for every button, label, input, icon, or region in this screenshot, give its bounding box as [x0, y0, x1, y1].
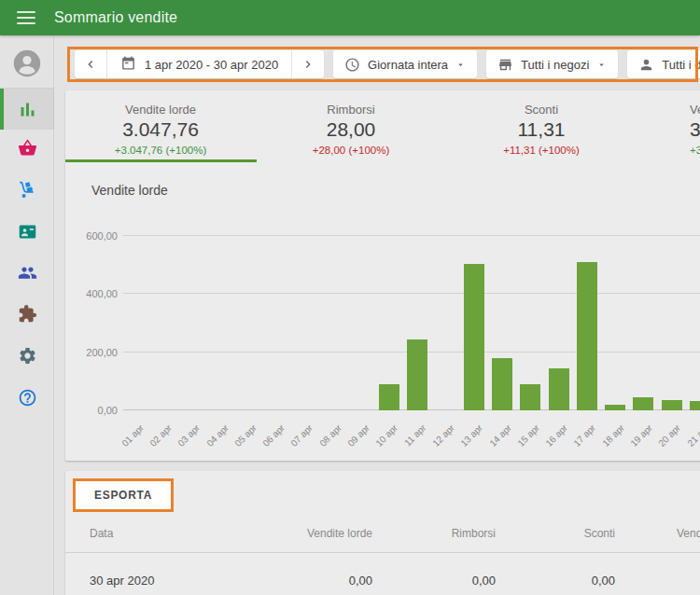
stat-tab-vendite-nette[interactable]: Ven3.0+3.0: [637, 90, 700, 162]
x-tick-10-apr: 10 apr: [374, 422, 400, 449]
x-tick-12-apr: 12 apr: [430, 422, 456, 449]
stat-tab-sconti[interactable]: Sconti11,31+11,31 (+100%): [446, 90, 637, 162]
help-icon: [18, 388, 37, 408]
basket-icon: [18, 138, 37, 158]
x-tick-14-apr: 14 apr: [487, 422, 513, 449]
stat-tab-rimborsi[interactable]: Rimborsi28,00+28,00 (+100%): [256, 90, 446, 162]
bar-20-apr[interactable]: [662, 400, 682, 410]
bar-10-apr[interactable]: [379, 384, 399, 410]
stat-label: Ven: [690, 103, 700, 117]
date-range-picker: 1 apr 2020 - 30 apr 2020: [75, 50, 324, 78]
date-range-button[interactable]: 1 apr 2020 - 30 apr 2020: [106, 50, 291, 78]
x-tick-16-apr: 16 apr: [543, 422, 569, 449]
bar-11-apr[interactable]: [407, 339, 427, 410]
stats-tabs: Vendite lorde3.047,76+3.047,76 (+100%)Ri…: [65, 90, 700, 162]
store-icon: [497, 57, 513, 73]
date-range-label: 1 apr 2020 - 30 apr 2020: [145, 58, 278, 72]
x-tick-21-apr: 21 apr: [685, 422, 700, 449]
dropdown-arrow-icon: [596, 60, 607, 70]
table-row[interactable]: 30 apr 20200,000,000,00: [65, 553, 700, 595]
filter-employees-button[interactable]: Tutti i dipendenti: [627, 50, 700, 78]
table-cell-2: 0,00: [382, 574, 496, 588]
person-icon: [638, 57, 654, 73]
stat-delta: +3.0: [690, 144, 700, 157]
next-date-button[interactable]: [291, 50, 324, 78]
bar-18-apr[interactable]: [605, 405, 625, 410]
stat-value: 3.047,76: [122, 118, 199, 142]
app-header: Sommario vendite: [0, 0, 700, 35]
toolbar: 1 apr 2020 - 30 apr 2020 Giornata intera…: [75, 50, 700, 78]
avatar-icon: [12, 48, 42, 78]
bar-chart-plot: [123, 236, 700, 410]
stat-label: Rimborsi: [327, 103, 374, 117]
table-header-3: Sconti: [512, 527, 615, 540]
stat-value: 28,00: [327, 118, 376, 142]
table-header-1: Vendite lorde: [232, 527, 372, 540]
sidebar-item-inventory[interactable]: [0, 169, 54, 210]
x-tick-08-apr: 08 apr: [317, 422, 343, 449]
x-tick-17-apr: 17 apr: [572, 422, 598, 449]
bar-15-apr[interactable]: [520, 384, 540, 410]
sidebar-item-settings[interactable]: [0, 335, 54, 376]
x-tick-20-apr: 20 apr: [657, 422, 683, 449]
bar-16-apr[interactable]: [549, 368, 569, 410]
x-tick-19-apr: 19 apr: [628, 422, 654, 449]
bar-chart-icon: [18, 100, 37, 119]
stat-value: 3.0: [690, 118, 700, 142]
sidebar-item-help[interactable]: [0, 377, 54, 418]
export-button[interactable]: ESPORTA: [76, 481, 171, 509]
sidebar-item-items[interactable]: [0, 127, 54, 168]
sidebar-item-apps[interactable]: [0, 293, 54, 334]
sidebar-item-customers[interactable]: [0, 252, 54, 293]
prev-date-button[interactable]: [75, 50, 106, 78]
clock-icon: [344, 57, 360, 73]
filter-stores-button[interactable]: Tutti i negozi: [486, 50, 618, 78]
bar-13-apr[interactable]: [464, 264, 484, 410]
active-tab-underline: [65, 159, 257, 162]
filter-time-button[interactable]: Giornata intera: [333, 50, 477, 78]
annotation-export-highlight: ESPORTA: [73, 478, 174, 512]
stat-delta: +11,31 (+100%): [503, 144, 580, 157]
bar-17-apr[interactable]: [577, 262, 597, 410]
table-cell-3: 0,00: [512, 574, 615, 588]
y-tick-label: 400,00: [65, 288, 118, 299]
x-tick-01-apr: 01 apr: [119, 422, 146, 449]
stat-value: 11,31: [518, 118, 566, 142]
chevron-left-icon: [83, 57, 98, 72]
chart-x-axis: 01 apr02 apr03 apr04 apr05 apr06 apr07 a…: [123, 416, 700, 457]
gridline-600: [123, 235, 700, 236]
x-tick-18-apr: 18 apr: [600, 422, 626, 449]
dropdown-arrow-icon: [455, 60, 466, 70]
sidebar: [0, 35, 54, 595]
gridline-400: [123, 293, 700, 294]
stat-delta: +3.047,76 (+100%): [115, 144, 206, 157]
chevron-right-icon: [301, 57, 315, 72]
avatar[interactable]: [12, 48, 42, 78]
table-cell-1: 0,00: [232, 574, 372, 588]
x-tick-07-apr: 07 apr: [289, 422, 315, 449]
x-tick-09-apr: 09 apr: [345, 422, 371, 449]
x-tick-02-apr: 02 apr: [147, 422, 174, 449]
bar-14-apr[interactable]: [492, 358, 512, 410]
y-tick-label: 600,00: [65, 230, 118, 242]
page-title: Sommario vendite: [54, 9, 177, 26]
sidebar-item-reports[interactable]: [0, 89, 54, 130]
x-tick-11-apr: 11 apr: [402, 422, 427, 448]
bar-19-apr[interactable]: [633, 397, 653, 410]
stat-label: Vendite lorde: [125, 103, 196, 117]
bar-21-apr[interactable]: [690, 401, 700, 410]
stat-tab-vendite-lorde-active[interactable]: Vendite lorde3.047,76+3.047,76 (+100%): [65, 90, 256, 162]
contact-card-icon: [18, 222, 37, 242]
x-tick-04-apr: 04 apr: [204, 422, 231, 449]
hamburger-icon[interactable]: [17, 11, 35, 24]
filter-stores-label: Tutti i negozi: [521, 58, 589, 72]
y-tick-label: 200,00: [65, 347, 118, 358]
sales-table-card: ESPORTA DataVendite lordeRimborsiScontiV…: [65, 471, 700, 595]
y-tick-label: 0,00: [65, 405, 118, 416]
filter-time-label: Giornata intera: [368, 58, 448, 72]
table-header-row: DataVendite lordeRimborsiScontiVend: [65, 518, 700, 552]
table-header-2: Rimborsi: [382, 527, 496, 540]
sidebar-item-employees[interactable]: [0, 211, 54, 252]
hand-truck-icon: [18, 180, 37, 200]
chart-title: Vendite lorde: [91, 183, 168, 198]
